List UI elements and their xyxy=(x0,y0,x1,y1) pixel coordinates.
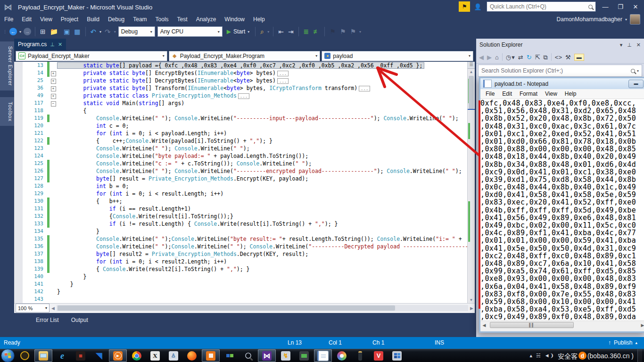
expand-region-icon[interactable]: + xyxy=(51,71,56,76)
media-player-dark-app-icon[interactable]: ■ xyxy=(72,350,89,362)
hscroll-left-icon[interactable]: ◀ xyxy=(51,306,55,311)
code-line-134[interactable]: 134 } xyxy=(14,228,467,235)
file-explorer-icon[interactable] xyxy=(34,349,52,362)
fold-margin[interactable]: + xyxy=(50,69,57,76)
fold-margin[interactable]: + xyxy=(50,92,57,99)
menu-help[interactable]: Help xyxy=(249,15,269,24)
user-tool-app-icon[interactable]: ♙ xyxy=(165,350,182,362)
windows-start-button[interactable] xyxy=(1,349,15,362)
code-line-25[interactable]: 25+ private static byte[] DecryptBytes(I… xyxy=(14,77,467,84)
code-line-125[interactable]: 125 Console.WriteLine("c := " + c.ToStri… xyxy=(14,160,467,167)
save-icon[interactable]: ▣ xyxy=(63,27,71,36)
menu-view[interactable]: View xyxy=(36,15,57,24)
wireshark-icon[interactable]: ◥ xyxy=(91,350,107,362)
redo-icon[interactable]: ↷ xyxy=(104,27,112,36)
expand-region-icon[interactable]: + xyxy=(51,94,56,99)
pending-changes-filter-icon[interactable]: ◷ ▾ xyxy=(506,54,515,60)
refresh-icon[interactable]: ↻ xyxy=(527,54,532,60)
media-center-icon[interactable] xyxy=(388,350,405,362)
show-all-files-icon[interactable]: <> xyxy=(555,54,562,60)
undo-dropdown-icon[interactable]: ▾ xyxy=(99,30,101,34)
pin-tab-icon[interactable]: ⊥ xyxy=(50,41,55,48)
solution-explorer-header[interactable]: Solution Explorer ▾ ⊥ ✕ xyxy=(476,39,644,51)
menu-tools[interactable]: Tools xyxy=(151,15,173,24)
expand-region-icon[interactable]: + xyxy=(51,79,56,84)
show-desktop-button[interactable] xyxy=(637,349,642,362)
back-dropdown-icon[interactable]: ▾ xyxy=(19,30,21,34)
collapsed-region-box[interactable]: ... xyxy=(359,86,370,91)
code-line-141[interactable]: 141 } xyxy=(14,280,467,288)
menu-team[interactable]: Team xyxy=(129,15,151,24)
properties-wrench-icon[interactable]: ⚒ xyxy=(565,54,571,60)
code-line-136[interactable]: 136 Console.WriteLine(" ");Console.Write… xyxy=(14,243,467,250)
pin-panel-icon[interactable]: ⊥ xyxy=(627,42,632,48)
save-all-icon[interactable]: ▦ xyxy=(73,27,81,36)
se-forward-icon[interactable]: ▶ xyxy=(487,54,492,60)
navigate-back-icon[interactable]: ← xyxy=(9,28,17,35)
code-line-143[interactable]: 143 xyxy=(14,296,467,303)
copy-view-icon[interactable]: ⧉ xyxy=(544,54,548,60)
menu-file[interactable]: File xyxy=(0,15,17,24)
orange-window-app-icon[interactable] xyxy=(202,349,220,362)
se-back-icon[interactable]: ◀ xyxy=(479,54,484,60)
code-line-13[interactable]: 13 static byte[] payload ={ 0xfc ,0x48 ,… xyxy=(14,62,467,69)
code-line-127[interactable]: 127 byte[] result = Private_Encryption_M… xyxy=(14,175,467,182)
fold-margin[interactable]: + xyxy=(50,77,57,84)
code-line-137[interactable]: 137 byte[] result2 = Private_Encryption_… xyxy=(14,250,467,258)
toolbar-drag-handle[interactable]: ⋮ xyxy=(3,29,7,34)
close-panel-icon[interactable]: ✕ xyxy=(636,42,641,48)
np-scroll-right-icon[interactable]: ▶ xyxy=(639,323,644,328)
panel-tab-error-list[interactable]: Error List xyxy=(36,317,59,337)
code-line-119[interactable]: 119 Console.WriteLine(" "); Console.Writ… xyxy=(14,115,467,122)
scrollbar-thumb[interactable] xyxy=(469,76,474,109)
paint-app-icon[interactable] xyxy=(333,350,350,362)
panel-tab-output[interactable]: Output xyxy=(71,317,88,337)
redo-dropdown-icon[interactable]: ▾ xyxy=(114,30,116,34)
scroll-down-icon[interactable]: ▼ xyxy=(468,297,475,303)
notepad-menu-help[interactable]: Help xyxy=(561,90,580,98)
code-line-129[interactable]: 129 for (int i = 0; i < result.Length; i… xyxy=(14,190,467,197)
quick-launch-input[interactable]: Quick Launch (Ctrl+Q) xyxy=(487,1,596,12)
solution-explorer-search-input[interactable]: Search Solution Explorer (Ctrl+;) ▾ xyxy=(478,65,642,77)
fold-margin[interactable]: + xyxy=(50,84,57,91)
code-line-36[interactable]: 36+ private static byte[] Transform(IEnu… xyxy=(14,84,467,92)
add-item-icon[interactable]: 📁 xyxy=(49,27,60,36)
member-dropdown[interactable]: ● payload▾ xyxy=(322,51,473,61)
code-line-121[interactable]: 121 for (int i = 0; i < payload.Length; … xyxy=(14,130,467,137)
code-line-14[interactable]: 14+ private static byte[] EncryptBytes(I… xyxy=(14,69,467,77)
hscroll-right-icon[interactable]: ▶ xyxy=(470,306,473,311)
code-line-122[interactable]: 122 { c++;Console.Write(payload[i].ToStr… xyxy=(14,137,467,145)
monitor-app-icon[interactable] xyxy=(296,350,313,362)
start-debugging-button[interactable]: ▶ Start ▾ xyxy=(225,28,252,35)
vivaldi-icon[interactable]: V xyxy=(370,350,387,362)
prev-bookmark-icon[interactable]: ⚑ xyxy=(339,27,347,36)
notepad-menu-file[interactable]: File xyxy=(482,90,498,98)
notepad-text-area[interactable]: 0xfc,0x48,0x83,0xe4,0xf0,0xe8,0xcc,,0x51… xyxy=(480,99,644,321)
signed-in-user[interactable]: DamonMohammadbagher ▾ xyxy=(557,14,640,25)
code-line-49[interactable]: 49+ private static class Private_Encrypt… xyxy=(14,92,467,99)
comment-lines-icon[interactable]: ≣ xyxy=(303,27,310,36)
find-in-files-icon[interactable]: ⌕ xyxy=(259,27,265,36)
notepad-menu-view[interactable]: View xyxy=(542,90,561,98)
remote-desktop-app-icon[interactable] xyxy=(221,350,238,362)
code-line-142[interactable]: 142} xyxy=(14,288,467,296)
panel-menu-icon[interactable]: ▾ xyxy=(620,42,623,48)
menu-test[interactable]: Test xyxy=(173,15,192,24)
tray-clipboard-icon[interactable]: ☵ xyxy=(536,353,541,359)
menu-edit[interactable]: Edit xyxy=(17,15,36,24)
project-dropdown[interactable]: C# Payload_Encrypt_Maker▾ xyxy=(16,51,167,61)
firefox-icon[interactable] xyxy=(183,350,200,362)
publish-button[interactable]: ↑ Publish ▴ xyxy=(608,339,637,346)
tab-program-cs[interactable]: Program.cs ⊥ ✕ xyxy=(14,39,66,50)
notepad-horizontal-scrollbar[interactable]: ◀ ▌▌ ▶ xyxy=(480,321,644,329)
preview-selected-items-icon[interactable]: ▬ xyxy=(574,54,584,61)
chrome-icon[interactable] xyxy=(128,350,145,362)
feedback-icon[interactable]: 👤 xyxy=(474,3,483,10)
code-line-120[interactable]: 120 int c = 0; xyxy=(14,122,467,130)
navigate-forward-code-icon[interactable]: ⇥ xyxy=(287,27,295,36)
collapse-region-icon[interactable]: − xyxy=(51,101,56,107)
np-scroll-left-icon[interactable]: ◀ xyxy=(480,323,488,328)
next-bookmark-icon[interactable]: ⚑ xyxy=(349,27,357,36)
editor-vertical-scrollbar[interactable]: ☰ ▲ ▼ xyxy=(467,62,475,303)
menu-window[interactable]: Window xyxy=(220,15,249,24)
